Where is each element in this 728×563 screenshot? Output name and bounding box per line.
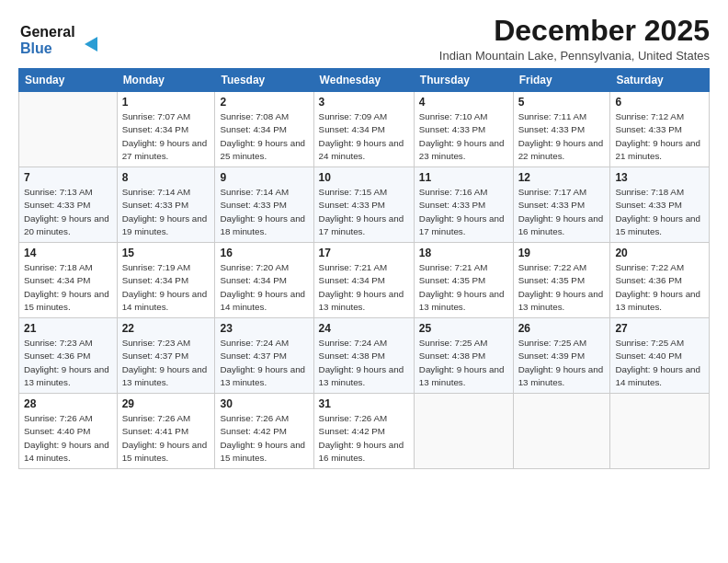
calendar-cell: 1Sunrise: 7:07 AM Sunset: 4:34 PM Daylig… bbox=[117, 92, 215, 167]
day-number: 22 bbox=[122, 322, 210, 335]
day-info: Sunrise: 7:26 AM Sunset: 4:42 PM Dayligh… bbox=[220, 412, 308, 465]
calendar-week-row-2: 14Sunrise: 7:18 AM Sunset: 4:34 PM Dayli… bbox=[19, 243, 710, 318]
calendar-cell: 11Sunrise: 7:16 AM Sunset: 4:33 PM Dayli… bbox=[414, 167, 513, 243]
day-info: Sunrise: 7:22 AM Sunset: 4:36 PM Dayligh… bbox=[615, 261, 704, 314]
calendar-cell: 3Sunrise: 7:09 AM Sunset: 4:34 PM Daylig… bbox=[313, 92, 414, 167]
calendar-cell: 14Sunrise: 7:18 AM Sunset: 4:34 PM Dayli… bbox=[19, 243, 118, 318]
calendar-cell bbox=[19, 92, 118, 167]
header-tuesday: Tuesday bbox=[215, 69, 313, 92]
calendar-cell: 25Sunrise: 7:25 AM Sunset: 4:38 PM Dayli… bbox=[414, 318, 513, 394]
day-info: Sunrise: 7:14 AM Sunset: 4:33 PM Dayligh… bbox=[122, 186, 210, 238]
day-number: 19 bbox=[518, 247, 606, 259]
day-info: Sunrise: 7:24 AM Sunset: 4:38 PM Dayligh… bbox=[319, 337, 409, 389]
calendar-week-row-4: 28Sunrise: 7:26 AM Sunset: 4:40 PM Dayli… bbox=[19, 394, 710, 469]
logo-text: General Blue bbox=[18, 18, 101, 63]
day-info: Sunrise: 7:12 AM Sunset: 4:33 PM Dayligh… bbox=[615, 110, 704, 163]
day-info: Sunrise: 7:18 AM Sunset: 4:34 PM Dayligh… bbox=[24, 261, 112, 314]
calendar-cell: 18Sunrise: 7:21 AM Sunset: 4:35 PM Dayli… bbox=[414, 243, 513, 318]
day-number: 27 bbox=[615, 322, 704, 335]
header-thursday: Thursday bbox=[414, 69, 513, 92]
calendar-cell: 28Sunrise: 7:26 AM Sunset: 4:40 PM Dayli… bbox=[19, 394, 118, 469]
day-info: Sunrise: 7:16 AM Sunset: 4:33 PM Dayligh… bbox=[419, 186, 508, 238]
day-number: 14 bbox=[24, 247, 112, 259]
day-number: 8 bbox=[122, 171, 210, 184]
header-saturday: Saturday bbox=[610, 69, 710, 92]
day-info: Sunrise: 7:26 AM Sunset: 4:40 PM Dayligh… bbox=[24, 412, 112, 465]
day-info: Sunrise: 7:18 AM Sunset: 4:33 PM Dayligh… bbox=[615, 186, 704, 238]
calendar-cell: 10Sunrise: 7:15 AM Sunset: 4:33 PM Dayli… bbox=[313, 167, 414, 243]
svg-marker-2 bbox=[85, 37, 97, 52]
title-area: December 2025 Indian Mountain Lake, Penn… bbox=[439, 15, 710, 63]
calendar-cell: 23Sunrise: 7:24 AM Sunset: 4:37 PM Dayli… bbox=[215, 318, 313, 394]
day-number: 25 bbox=[419, 322, 508, 335]
day-number: 2 bbox=[220, 96, 308, 109]
day-number: 20 bbox=[615, 247, 704, 259]
day-number: 16 bbox=[220, 247, 308, 259]
svg-text:Blue: Blue bbox=[20, 40, 52, 56]
day-number: 5 bbox=[518, 96, 606, 109]
day-info: Sunrise: 7:11 AM Sunset: 4:33 PM Dayligh… bbox=[518, 110, 606, 163]
calendar-cell: 31Sunrise: 7:26 AM Sunset: 4:42 PM Dayli… bbox=[313, 394, 414, 469]
day-number: 1 bbox=[122, 96, 210, 109]
day-info: Sunrise: 7:23 AM Sunset: 4:36 PM Dayligh… bbox=[24, 337, 112, 389]
calendar-cell: 27Sunrise: 7:25 AM Sunset: 4:40 PM Dayli… bbox=[610, 318, 710, 394]
day-number: 7 bbox=[24, 171, 112, 184]
day-info: Sunrise: 7:24 AM Sunset: 4:37 PM Dayligh… bbox=[220, 337, 308, 389]
page: General Blue December 2025 Indian Mounta… bbox=[0, 0, 728, 563]
day-number: 18 bbox=[419, 247, 508, 259]
header-friday: Friday bbox=[513, 69, 610, 92]
header-wednesday: Wednesday bbox=[313, 69, 414, 92]
calendar-cell: 17Sunrise: 7:21 AM Sunset: 4:34 PM Dayli… bbox=[313, 243, 414, 318]
day-info: Sunrise: 7:20 AM Sunset: 4:34 PM Dayligh… bbox=[220, 261, 308, 314]
day-info: Sunrise: 7:17 AM Sunset: 4:33 PM Dayligh… bbox=[518, 186, 606, 238]
calendar-cell: 21Sunrise: 7:23 AM Sunset: 4:36 PM Dayli… bbox=[19, 318, 118, 394]
day-number: 17 bbox=[319, 247, 409, 259]
day-number: 21 bbox=[24, 322, 112, 335]
day-info: Sunrise: 7:15 AM Sunset: 4:33 PM Dayligh… bbox=[319, 186, 409, 238]
day-info: Sunrise: 7:09 AM Sunset: 4:34 PM Dayligh… bbox=[319, 110, 409, 163]
header-sunday: Sunday bbox=[19, 69, 118, 92]
location-subtitle: Indian Mountain Lake, Pennsylvania, Unit… bbox=[439, 49, 710, 63]
calendar-cell: 2Sunrise: 7:08 AM Sunset: 4:34 PM Daylig… bbox=[215, 92, 313, 167]
day-number: 31 bbox=[319, 397, 409, 410]
day-info: Sunrise: 7:25 AM Sunset: 4:39 PM Dayligh… bbox=[518, 337, 606, 389]
svg-text:General: General bbox=[20, 24, 75, 40]
day-number: 15 bbox=[122, 247, 210, 259]
day-info: Sunrise: 7:14 AM Sunset: 4:33 PM Dayligh… bbox=[220, 186, 308, 238]
calendar-cell bbox=[610, 394, 710, 469]
day-info: Sunrise: 7:25 AM Sunset: 4:40 PM Dayligh… bbox=[615, 337, 704, 389]
calendar-cell: 6Sunrise: 7:12 AM Sunset: 4:33 PM Daylig… bbox=[610, 92, 710, 167]
calendar-cell: 7Sunrise: 7:13 AM Sunset: 4:33 PM Daylig… bbox=[19, 167, 118, 243]
day-number: 3 bbox=[319, 96, 409, 109]
calendar-cell: 26Sunrise: 7:25 AM Sunset: 4:39 PM Dayli… bbox=[513, 318, 610, 394]
calendar-cell: 20Sunrise: 7:22 AM Sunset: 4:36 PM Dayli… bbox=[610, 243, 710, 318]
day-info: Sunrise: 7:26 AM Sunset: 4:41 PM Dayligh… bbox=[122, 412, 210, 465]
calendar-cell: 13Sunrise: 7:18 AM Sunset: 4:33 PM Dayli… bbox=[610, 167, 710, 243]
calendar-cell: 16Sunrise: 7:20 AM Sunset: 4:34 PM Dayli… bbox=[215, 243, 313, 318]
day-number: 4 bbox=[419, 96, 508, 109]
day-number: 23 bbox=[220, 322, 308, 335]
calendar-cell bbox=[513, 394, 610, 469]
calendar-cell: 8Sunrise: 7:14 AM Sunset: 4:33 PM Daylig… bbox=[117, 167, 215, 243]
day-number: 30 bbox=[220, 397, 308, 410]
day-number: 13 bbox=[615, 171, 704, 184]
header: General Blue December 2025 Indian Mounta… bbox=[18, 15, 710, 63]
calendar-cell: 15Sunrise: 7:19 AM Sunset: 4:34 PM Dayli… bbox=[117, 243, 215, 318]
day-info: Sunrise: 7:25 AM Sunset: 4:38 PM Dayligh… bbox=[419, 337, 508, 389]
day-number: 10 bbox=[319, 171, 409, 184]
day-number: 26 bbox=[518, 322, 606, 335]
day-info: Sunrise: 7:07 AM Sunset: 4:34 PM Dayligh… bbox=[122, 110, 210, 163]
day-info: Sunrise: 7:13 AM Sunset: 4:33 PM Dayligh… bbox=[24, 186, 112, 238]
calendar-week-row-3: 21Sunrise: 7:23 AM Sunset: 4:36 PM Dayli… bbox=[19, 318, 710, 394]
header-monday: Monday bbox=[117, 69, 215, 92]
day-info: Sunrise: 7:23 AM Sunset: 4:37 PM Dayligh… bbox=[122, 337, 210, 389]
month-title: December 2025 bbox=[439, 15, 710, 47]
day-info: Sunrise: 7:21 AM Sunset: 4:34 PM Dayligh… bbox=[319, 261, 409, 314]
day-info: Sunrise: 7:10 AM Sunset: 4:33 PM Dayligh… bbox=[419, 110, 508, 163]
day-number: 9 bbox=[220, 171, 308, 184]
calendar-table: Sunday Monday Tuesday Wednesday Thursday… bbox=[18, 68, 710, 469]
day-number: 28 bbox=[24, 397, 112, 410]
logo: General Blue bbox=[18, 18, 101, 63]
day-info: Sunrise: 7:26 AM Sunset: 4:42 PM Dayligh… bbox=[319, 412, 409, 465]
calendar-cell: 5Sunrise: 7:11 AM Sunset: 4:33 PM Daylig… bbox=[513, 92, 610, 167]
